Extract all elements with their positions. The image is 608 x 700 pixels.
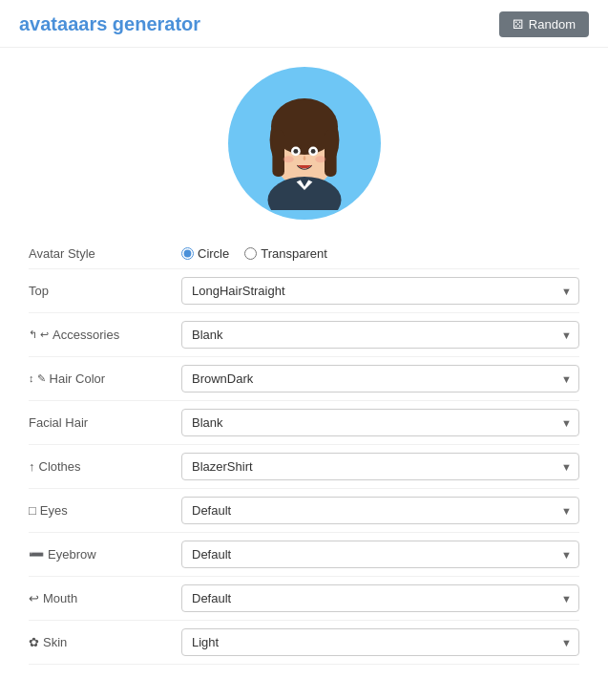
avatar-circle: [228, 67, 381, 220]
select-clothes[interactable]: BlazerShirt BlazerSweater Hoodie Overall: [181, 453, 579, 480]
accessories-icon: ↰ ↩: [29, 329, 49, 341]
control-row-facial-hair: Facial Hair Blank BeardMedium MoustacheF…: [29, 401, 579, 445]
select-accessories[interactable]: Blank Kurt Prescription01 Sunglasses: [181, 321, 579, 349]
select-skin[interactable]: Light Brown DarkBrown Black Tanned Yello…: [181, 628, 579, 656]
header: avataaars generator ⚄ Random: [0, 0, 608, 48]
select-mouth[interactable]: Default Smile Sad Tongue: [181, 584, 579, 612]
clothes-icon: ↑: [29, 459, 35, 474]
svg-rect-4: [272, 130, 284, 177]
select-wrapper-skin: Light Brown DarkBrown Black Tanned Yello…: [181, 628, 579, 656]
svg-point-13: [315, 156, 325, 162]
control-row-eyes: □ Eyes Default Close Happy Heart Surpris…: [29, 489, 579, 533]
skin-icon: ✿: [29, 635, 39, 649]
avatar-style-options: Circle Transparent: [181, 246, 327, 261]
mouth-icon: ↩: [29, 591, 39, 605]
control-row-mouth: ↩ Mouth Default Smile Sad Tongue ▼: [29, 577, 579, 621]
label-facial-hair: Facial Hair: [29, 415, 181, 430]
style-transparent-option[interactable]: Transparent: [244, 246, 327, 261]
label-accessories: ↰ ↩ Accessories: [29, 328, 181, 342]
hair-color-icon: ↕ ✎: [29, 372, 46, 385]
style-circle-option[interactable]: Circle: [181, 246, 229, 261]
app-title: avataaars generator: [19, 13, 200, 35]
svg-rect-5: [325, 130, 337, 177]
label-eyes: □ Eyes: [29, 503, 181, 518]
select-eyebrow[interactable]: Default DefaultNatural FlatNatural Raise…: [181, 541, 579, 568]
label-clothes: ↑ Clothes: [29, 459, 181, 474]
select-wrapper-clothes: BlazerShirt BlazerSweater Hoodie Overall…: [181, 453, 579, 480]
footer-text: More options coming soon, subscribe for …: [0, 684, 608, 700]
control-row-top: Top LongHairStraight LongHairBob ShortHa…: [29, 269, 579, 313]
control-row-hair-color: ↕ ✎ Hair Color BrownDark Black Blonde Br…: [29, 357, 579, 401]
label-top: Top: [29, 284, 181, 298]
avatar-style-row: Avatar Style Circle Transparent: [29, 239, 579, 269]
select-wrapper-hair-color: BrownDark Black Blonde Brown Red ▼: [181, 365, 579, 392]
style-transparent-radio[interactable]: [244, 247, 257, 260]
svg-point-11: [310, 149, 315, 154]
select-eyes[interactable]: Default Close Happy Heart Surprised: [181, 497, 579, 524]
select-wrapper-facial-hair: Blank BeardMedium MoustacheFancy ▼: [181, 409, 579, 436]
label-mouth: ↩ Mouth: [29, 591, 181, 605]
select-wrapper-eyebrow: Default DefaultNatural FlatNatural Raise…: [181, 541, 579, 568]
control-row-skin: ✿ Skin Light Brown DarkBrown Black Tanne…: [29, 621, 579, 665]
random-button[interactable]: ⚄ Random: [499, 11, 589, 37]
select-facial-hair[interactable]: Blank BeardMedium MoustacheFancy: [181, 409, 579, 436]
select-top[interactable]: LongHairStraight LongHairBob ShortHairSh…: [181, 277, 579, 305]
svg-point-10: [293, 149, 298, 154]
avatar-svg: [238, 76, 371, 210]
avatar-container: [0, 48, 608, 229]
label-skin: ✿ Skin: [29, 635, 181, 649]
style-transparent-label: Transparent: [261, 246, 327, 261]
style-circle-label: Circle: [198, 246, 229, 261]
control-row-clothes: ↑ Clothes BlazerShirt BlazerSweater Hood…: [29, 445, 579, 489]
control-row-eyebrow: ➖ Eyebrow Default DefaultNatural FlatNat…: [29, 533, 579, 577]
controls: Avatar Style Circle Transparent Top Long…: [0, 229, 608, 684]
svg-point-12: [283, 156, 293, 162]
avatar-style-label: Avatar Style: [29, 246, 181, 261]
select-wrapper-eyes: Default Close Happy Heart Surprised ▼: [181, 497, 579, 524]
select-hair-color[interactable]: BrownDark Black Blonde Brown Red: [181, 365, 579, 392]
control-row-accessories: ↰ ↩ Accessories Blank Kurt Prescription0…: [29, 313, 579, 357]
eyebrow-icon: ➖: [29, 547, 44, 562]
svg-point-6: [267, 177, 341, 210]
label-hair-color: ↕ ✎ Hair Color: [29, 371, 181, 386]
select-wrapper-mouth: Default Smile Sad Tongue ▼: [181, 584, 579, 612]
select-wrapper-top: LongHairStraight LongHairBob ShortHairSh…: [181, 277, 579, 305]
select-wrapper-accessories: Blank Kurt Prescription01 Sunglasses ▼: [181, 321, 579, 349]
eyes-icon: □: [29, 503, 36, 518]
label-eyebrow: ➖ Eyebrow: [29, 547, 181, 562]
random-icon: ⚄: [513, 17, 523, 32]
style-circle-radio[interactable]: [181, 247, 194, 260]
